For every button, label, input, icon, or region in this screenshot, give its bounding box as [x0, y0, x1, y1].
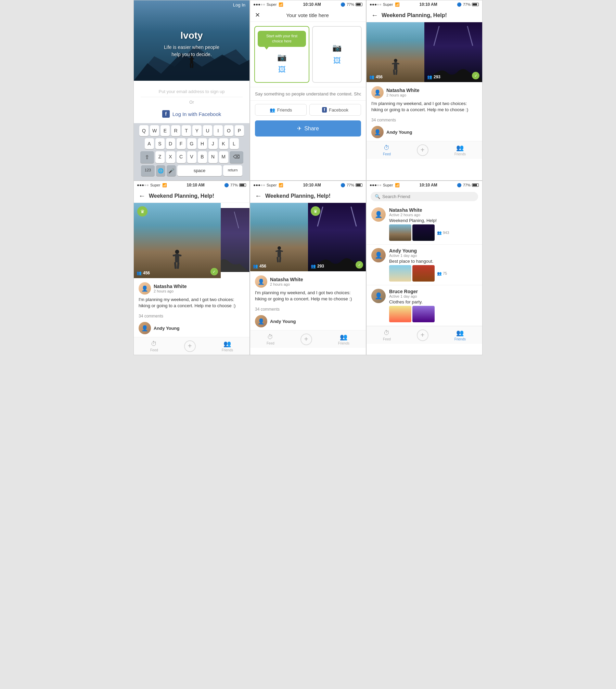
friend-avatar-natasha: 👤: [371, 207, 386, 222]
nav-add[interactable]: +: [417, 329, 428, 341]
context-input[interactable]: [255, 91, 361, 96]
nav-feed[interactable]: ⏱Feed: [267, 334, 274, 345]
nav-friends[interactable]: 👥 Friends: [454, 329, 466, 341]
image-icon[interactable]: 🖼: [278, 65, 286, 74]
key-w[interactable]: W: [150, 125, 159, 136]
key-s[interactable]: S: [155, 138, 165, 149]
key-r[interactable]: R: [171, 125, 180, 136]
facebook-icon-small: f: [322, 107, 327, 113]
search-input[interactable]: [382, 194, 474, 199]
email-field[interactable]: Put your email address to sign up: [141, 86, 243, 97]
key-t[interactable]: T: [182, 125, 191, 136]
choice-right[interactable]: 📷 🖼: [312, 26, 362, 83]
author-avatar: 👤: [139, 282, 151, 295]
commenter-avatar: 👤: [139, 322, 151, 334]
choice-image-right[interactable]: ♛ 👥293 ✓: [308, 203, 366, 271]
choice-image-left[interactable]: 👥 456: [367, 22, 424, 82]
key-o[interactable]: O: [224, 125, 233, 136]
back-button[interactable]: ←: [139, 192, 145, 200]
share-button[interactable]: ✈ Share: [255, 120, 361, 136]
share-icon: ✈: [297, 125, 301, 132]
author-name: Natasha White: [386, 88, 419, 93]
key-c[interactable]: C: [177, 151, 186, 163]
key-b[interactable]: B: [198, 151, 207, 163]
svg-point-14: [175, 250, 179, 254]
key-space[interactable]: space: [177, 165, 222, 176]
author-avatar: 👤: [371, 86, 384, 99]
svg-rect-7: [192, 63, 193, 68]
key-f[interactable]: F: [177, 138, 186, 149]
key-backspace[interactable]: ⌫: [230, 151, 243, 163]
commenter-name: Andy Young: [154, 326, 179, 331]
key-i[interactable]: I: [214, 125, 223, 136]
image-icon-right[interactable]: 🖼: [333, 56, 341, 65]
nav-friends[interactable]: 👥 Friends: [454, 144, 466, 156]
key-return[interactable]: return: [223, 165, 242, 176]
key-123[interactable]: 123: [141, 165, 155, 176]
commenter-avatar: 👤: [255, 315, 267, 327]
back-button[interactable]: ←: [371, 11, 378, 19]
key-m[interactable]: M: [219, 151, 228, 163]
keyboard[interactable]: Q W E R T Y U I O P A S D F G H: [134, 123, 249, 180]
crown-badge: ♛: [137, 206, 147, 217]
vote-title: Your vote title here: [286, 12, 329, 18]
key-v[interactable]: V: [187, 151, 196, 163]
friend-item-bruce[interactable]: 👤 Bruce Roger Active 1 day ago Clothes f…: [367, 285, 482, 326]
nav-feed[interactable]: ⏱ Feed: [383, 144, 391, 156]
nav-friends[interactable]: 👥Friends: [338, 333, 349, 345]
commenter-name: Andy Young: [270, 319, 296, 324]
svg-rect-6: [190, 63, 191, 68]
key-k[interactable]: K: [219, 138, 228, 149]
key-h[interactable]: H: [198, 138, 207, 149]
key-j[interactable]: J: [208, 138, 218, 149]
svg-rect-19: [177, 262, 179, 269]
key-mic[interactable]: 🎤: [167, 165, 176, 176]
screen-title: Weekend Planning, Help!: [149, 193, 214, 199]
nav-add[interactable]: +: [184, 340, 196, 352]
key-z[interactable]: Z: [155, 151, 165, 163]
share-to-facebook-button[interactable]: f Facebook: [309, 104, 361, 116]
nav-add[interactable]: +: [300, 334, 312, 345]
key-q[interactable]: Q: [139, 125, 149, 136]
key-p[interactable]: P: [235, 125, 244, 136]
facebook-login-label: Log In with Facebook: [172, 111, 221, 117]
winner-image-left[interactable]: ♛ 👥456 ✓: [134, 203, 221, 278]
key-x[interactable]: X: [166, 151, 175, 163]
friend-item-andy[interactable]: 👤 Andy Young Active 1 day ago Best place…: [367, 245, 482, 285]
comments-count: 34 comments: [134, 313, 249, 319]
friend-item-natasha[interactable]: 👤 Natasha White Active 2 hours ago Weeke…: [367, 204, 482, 245]
key-l[interactable]: L: [230, 138, 239, 149]
nav-feed[interactable]: ⏱Feed: [150, 340, 158, 352]
key-d[interactable]: D: [166, 138, 175, 149]
key-globe[interactable]: 🌐: [156, 165, 165, 176]
nav-add[interactable]: +: [417, 144, 428, 156]
key-shift[interactable]: ⇧: [140, 151, 154, 163]
friend-status-andy: Active 1 day ago: [389, 254, 477, 258]
facebook-login-button[interactable]: f Log In with Facebook: [141, 107, 243, 120]
post-text: I'm planning my weekend, and I got two c…: [255, 290, 361, 302]
nav-friends[interactable]: 👥Friends: [222, 340, 233, 352]
camera-icon-right[interactable]: 📷: [332, 43, 342, 52]
key-a[interactable]: A: [145, 138, 154, 149]
choice-image-left[interactable]: 👥456: [250, 203, 308, 271]
back-button[interactable]: ←: [255, 192, 262, 200]
key-e[interactable]: E: [161, 125, 170, 136]
choice-left[interactable]: Start with your first choice here 📷 🖼: [254, 26, 309, 83]
crown-badge-concert: ♛: [311, 206, 320, 216]
log-in-link[interactable]: Log In: [233, 2, 245, 8]
svg-point-8: [394, 59, 397, 62]
facebook-label: Facebook: [329, 107, 348, 113]
key-y[interactable]: Y: [192, 125, 202, 136]
key-g[interactable]: G: [187, 138, 196, 149]
close-button[interactable]: ✕: [255, 11, 260, 19]
share-to-friends-button[interactable]: 👥 Friends: [255, 104, 307, 116]
friend-avatar-bruce: 👤: [371, 289, 386, 303]
choice-image-right[interactable]: 👥 293 ✓: [424, 22, 482, 82]
facebook-icon: f: [162, 110, 170, 118]
key-u[interactable]: U: [203, 125, 212, 136]
camera-icon[interactable]: 📷: [277, 53, 286, 62]
svg-point-20: [278, 246, 281, 250]
app-logo: lvoty: [159, 30, 224, 41]
key-n[interactable]: N: [208, 151, 218, 163]
nav-feed[interactable]: ⏱Feed: [383, 329, 391, 341]
